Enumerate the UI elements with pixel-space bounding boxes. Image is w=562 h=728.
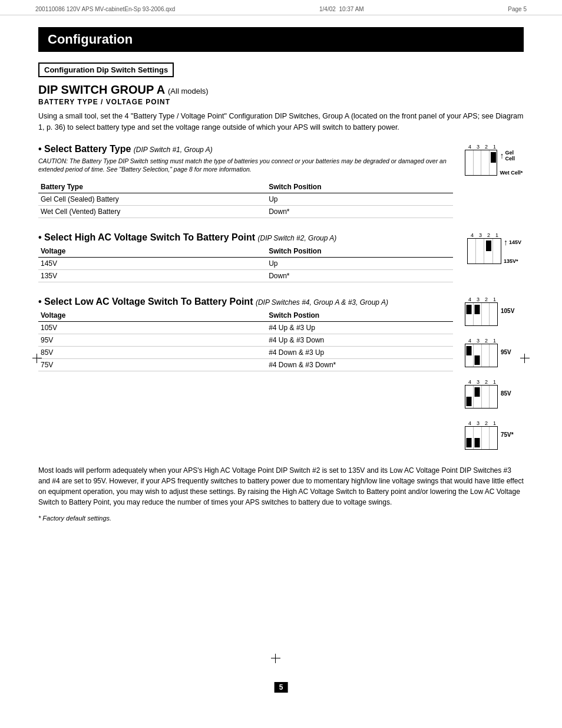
date-time: 1/4/02 10:37 AM <box>319 6 364 12</box>
battery-wet: Wet Cell (Vented) Battery <box>38 205 266 218</box>
dip-col-1 <box>490 150 497 175</box>
switch-75: #4 Down & #3 Down* <box>266 358 453 371</box>
meta-header: 200110086 120V APS MV-cabinetEn-Sp 93-20… <box>0 0 562 15</box>
battery-type-heading: • Select Battery Type (DIP Switch #1, Gr… <box>38 144 453 154</box>
file-info: 200110086 120V APS MV-cabinetEn-Sp 93-20… <box>35 6 175 12</box>
table-row: 95V #4 Up & #3 Down <box>38 334 453 346</box>
dip-button-up <box>491 152 496 163</box>
battery-type-section: • Select Battery Type (DIP Switch #1, Gr… <box>38 144 524 222</box>
subsection-box: Configuration Dip Switch Settings <box>38 62 174 77</box>
dip-95v: 4 3 2 1 <box>465 338 524 367</box>
voltage-75: 75V <box>38 358 266 371</box>
dip-col-3 <box>476 239 484 263</box>
switch-down-135: Down* <box>266 269 453 282</box>
battery-gel: Gel Cell (Sealed) Battery <box>38 193 266 205</box>
label-105v: 105V <box>501 308 514 314</box>
table-row: Wet Cell (Vented) Battery Down* <box>38 205 453 218</box>
high-ac-heading: • Select High AC Voltage Switch To Batte… <box>38 232 453 243</box>
table-row: 145V Up <box>38 257 453 269</box>
dip-col-1 <box>493 239 501 263</box>
voltage-135: 135V <box>38 269 266 282</box>
switch-95: #4 Up & #3 Down <box>266 334 453 346</box>
battery-type-text: • Select Battery Type (DIP Switch #1, Gr… <box>38 144 453 222</box>
switch-up: Up <box>266 193 453 205</box>
section-title: Configuration <box>38 27 524 52</box>
table-row: 75V #4 Down & #3 Down* <box>38 358 453 371</box>
high-ac-table: Voltage Switch Position 145V Up 135V Dow… <box>38 245 453 282</box>
label-75v: 75V* <box>501 431 514 438</box>
dip-switch-battery: 4321 ↑ <box>465 144 524 176</box>
wet-cell-label: Wet Cell* <box>500 170 523 176</box>
crosshair-bottom <box>271 654 280 663</box>
col-switch-postion: Switch Postion <box>266 309 453 322</box>
dip-switch-high-ac: 4321 ↑ <box>467 232 521 264</box>
gel-cell-label: Gel Cell <box>505 150 524 162</box>
dip-col-4 <box>468 239 476 263</box>
dip-col-2 <box>484 239 492 263</box>
table-row: 105V #4 Up & #3 Up <box>38 321 453 334</box>
dip-col-4 <box>465 150 474 175</box>
dip-comp-75: 4 3 2 1 <box>465 420 498 450</box>
page-number-area: 5 <box>275 682 288 693</box>
voltage-85: 85V <box>38 346 266 358</box>
dip-group-title: DIP SWITCH GROUP A (All models) <box>38 83 524 97</box>
dip-button-up-2 <box>486 241 491 251</box>
low-ac-heading: • Select Low AC Voltage Switch To Batter… <box>38 297 453 307</box>
table-row: 135V Down* <box>38 269 453 282</box>
dip-75v: 4 3 2 1 <box>465 420 524 450</box>
dip-comp-95: 4 3 2 1 <box>465 338 498 367</box>
dip-box-hac <box>467 238 501 264</box>
high-ac-dip-diagram: 4321 ↑ <box>465 232 524 286</box>
low-ac-text: • Select Low AC Voltage Switch To Batter… <box>38 297 453 454</box>
col-voltage: Voltage <box>38 245 266 258</box>
battery-type-table: Battery Type Switch Position Gel Cell (S… <box>38 181 453 218</box>
col-switch-position: Switch Position <box>266 181 453 193</box>
col-voltage-low: Voltage <box>38 309 266 322</box>
intro-paragraph: Using a small tool, set the 4 "Battery T… <box>38 111 524 133</box>
135v-label: 135V* <box>504 258 518 264</box>
voltage-105: 105V <box>38 321 266 334</box>
col-battery-type: Battery Type <box>38 181 266 193</box>
dip-comp-85: 4 3 2 1 <box>465 379 498 409</box>
dip-105v: 4 3 2 1 <box>465 297 524 326</box>
caution-text: CAUTION: The Battery Type DIP Switch set… <box>38 157 453 174</box>
page-wrapper: 200110086 120V APS MV-cabinetEn-Sp 93-20… <box>0 0 562 728</box>
switch-105: #4 Up & #3 Up <box>266 321 453 334</box>
voltage-145: 145V <box>38 257 266 269</box>
dip-numbers: 4321 <box>465 144 498 150</box>
battery-dip-diagram: 4321 ↑ <box>465 144 524 222</box>
switch-down: Down* <box>266 205 453 218</box>
col-switch-pos: Switch Position <box>266 245 453 258</box>
main-content: Configuration Configuration Dip Switch S… <box>0 15 562 539</box>
high-ac-section: • Select High AC Voltage Switch To Batte… <box>38 232 524 286</box>
page-label: Page 5 <box>508 6 527 12</box>
footnote: * Factory default settings. <box>38 515 524 522</box>
battery-type-label: BATTERY TYPE / VOLTAGE POINT <box>38 98 524 106</box>
low-ac-dip-diagrams: 4 3 2 1 <box>465 297 524 454</box>
table-row: Gel Cell (Sealed) Battery Up <box>38 193 453 205</box>
page-number: 5 <box>275 682 288 693</box>
label-95v: 95V <box>501 349 511 355</box>
dip-col-3 <box>474 150 482 175</box>
switch-85: #4 Down & #3 Up <box>266 346 453 358</box>
145v-label: 145V <box>509 239 521 245</box>
voltage-95: 95V <box>38 334 266 346</box>
dip-comp-105: 4 3 2 1 <box>465 297 498 326</box>
high-ac-text: • Select High AC Voltage Switch To Batte… <box>38 232 453 286</box>
switch-up-145: Up <box>266 257 453 269</box>
table-row: 85V #4 Down & #3 Up <box>38 346 453 358</box>
dip-numbers-hac: 4321 <box>467 232 501 238</box>
dip-col-2 <box>481 150 490 175</box>
dip-box <box>465 150 497 176</box>
low-ac-table: Voltage Switch Postion 105V #4 Up & #3 U… <box>38 309 453 371</box>
low-ac-section: • Select Low AC Voltage Switch To Batter… <box>38 297 524 454</box>
label-85v: 85V <box>501 390 511 397</box>
dip-85v: 4 3 2 1 <box>465 379 524 409</box>
bottom-paragraph: Most loads will perform adequately when … <box>38 465 524 508</box>
